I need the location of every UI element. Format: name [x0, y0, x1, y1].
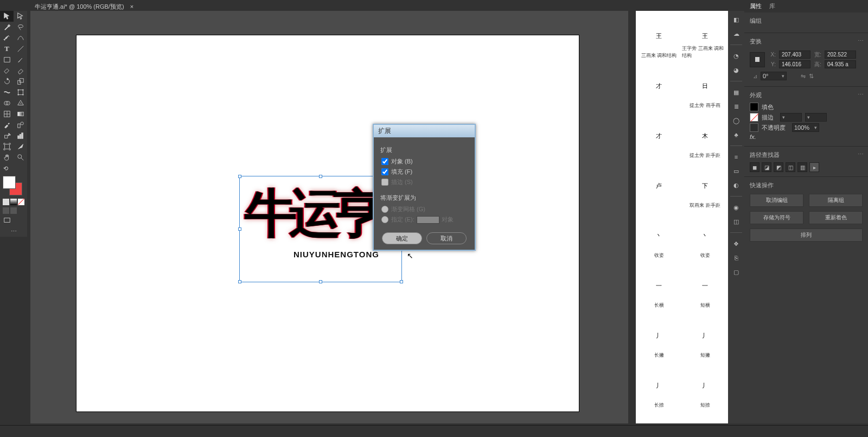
transform-more-icon[interactable]: ⋯ — [858, 37, 864, 45]
handle-br[interactable] — [400, 280, 403, 283]
handle-bl[interactable] — [238, 280, 241, 283]
free-transform-tool[interactable] — [14, 87, 27, 98]
shape-builder-tool[interactable] — [0, 98, 14, 109]
brush-cell[interactable]: 日提土旁 画手画 — [682, 61, 728, 111]
zoom-tool[interactable] — [14, 152, 27, 163]
close-icon[interactable]: × — [130, 3, 133, 10]
properties-icon[interactable]: ◧ — [731, 14, 742, 25]
brush-cell[interactable]: 卢 — [636, 161, 682, 211]
fill-swatch-prop[interactable] — [750, 103, 758, 111]
rectangle-tool[interactable] — [0, 54, 14, 65]
eraser-tool[interactable] — [14, 65, 27, 76]
color-guide-icon[interactable]: ◕ — [731, 65, 742, 75]
swatches-icon[interactable]: ▦ — [731, 87, 742, 98]
brush-cell[interactable]: 下双画来 距手距 — [682, 161, 728, 211]
handle-tm[interactable] — [319, 175, 322, 178]
h-input[interactable]: 04.935 a — [825, 60, 856, 68]
libraries-icon[interactable]: ☁ — [731, 28, 742, 39]
gradient-tool[interactable] — [14, 109, 27, 119]
opt-object-check[interactable] — [381, 158, 388, 165]
handle-bm[interactable] — [319, 280, 322, 283]
brushes-icon[interactable]: ≣ — [731, 101, 742, 112]
none-mode[interactable] — [18, 199, 24, 205]
rotate-tool[interactable] — [0, 76, 14, 87]
angle-input[interactable]: 0° — [761, 72, 787, 80]
gradient-panel-icon[interactable]: ▭ — [731, 166, 742, 176]
blend-tool[interactable] — [14, 119, 27, 130]
shaper-tool[interactable] — [0, 65, 14, 76]
transparency-icon[interactable]: ◐ — [731, 180, 742, 191]
minus-front-icon[interactable]: ◪ — [762, 162, 771, 172]
opacity-input[interactable]: 100% — [792, 123, 819, 132]
selection-tool[interactable] — [0, 11, 14, 22]
brush-cell[interactable]: 丿长捺 — [636, 360, 682, 410]
magic-wand-tool[interactable] — [0, 22, 14, 33]
hand-tool[interactable] — [0, 152, 14, 163]
opt-fill[interactable]: 填充 (F) — [381, 168, 468, 176]
color-icon[interactable]: ◔ — [731, 50, 742, 61]
arrange-button[interactable]: 排列 — [750, 229, 863, 242]
reference-point[interactable] — [750, 52, 765, 67]
tab-properties[interactable]: 属性 — [750, 2, 762, 10]
stroke-weight[interactable] — [780, 113, 802, 122]
canvas-area[interactable]: 牛运亨 NIUYUNHENGTONG — [30, 11, 628, 423]
brush-cell[interactable]: 丿长撇 — [636, 311, 682, 360]
screen-mode-tool[interactable] — [0, 215, 14, 226]
brush-cell[interactable]: 才 — [636, 111, 682, 161]
graphic-styles-icon[interactable]: ◫ — [731, 216, 742, 227]
divide-icon[interactable]: ▥ — [797, 162, 807, 172]
lasso-tool[interactable] — [14, 22, 27, 33]
solid-mode[interactable] — [3, 199, 9, 205]
appearance-more-icon[interactable]: ⋯ — [858, 91, 864, 98]
gradient-mode[interactable] — [10, 199, 17, 205]
brush-library-panel[interactable]: 王三画来 调和结构王王字旁 三画来 调和结构才日提土旁 画手画才木提土旁 距手距… — [636, 11, 728, 423]
draw-behind[interactable] — [10, 207, 17, 214]
brush-cell[interactable]: 王王字旁 三画来 调和结构 — [682, 11, 728, 61]
flip-v-icon[interactable]: ⇅ — [809, 73, 814, 80]
brush-cell[interactable]: 一短横 — [682, 261, 728, 311]
brush-cell[interactable]: 丶收姿 — [682, 211, 728, 261]
paintbrush-tool[interactable] — [14, 54, 27, 65]
asset-export-icon[interactable]: ⎘ — [731, 252, 742, 263]
eyedropper-tool[interactable] — [0, 119, 14, 130]
symbol-sprayer-tool[interactable] — [0, 130, 14, 141]
ungroup-button[interactable]: 取消编组 — [750, 194, 803, 207]
toggle-fill-stroke[interactable]: ⟲ — [0, 163, 27, 174]
expand-btn-icon[interactable]: ▸ — [809, 162, 819, 172]
cancel-button[interactable]: 取消 — [426, 232, 467, 244]
flip-h-icon[interactable]: ⇋ — [801, 73, 806, 80]
dialog-title[interactable]: 扩展 — [374, 125, 475, 137]
artboard-tool[interactable] — [0, 141, 14, 152]
fx-button[interactable]: fx. — [750, 134, 756, 140]
curvature-tool[interactable] — [14, 33, 27, 43]
fill-stroke-swatches[interactable] — [3, 176, 24, 195]
slice-tool[interactable] — [14, 141, 27, 152]
y-input[interactable]: 146.016 — [779, 60, 810, 68]
scale-tool[interactable] — [14, 76, 27, 87]
appearance-icon[interactable]: ◉ — [731, 202, 742, 213]
stroke-swatch-prop[interactable] — [750, 113, 758, 122]
brush-cell[interactable]: 丿短撇 — [682, 311, 728, 360]
type-tool[interactable]: T — [0, 43, 14, 54]
pen-tool[interactable] — [0, 33, 14, 43]
perspective-tool[interactable] — [14, 98, 27, 109]
brush-cell[interactable]: 丿短捺 — [682, 360, 728, 410]
opt-fill-check[interactable] — [381, 168, 388, 175]
unite-icon[interactable]: ◼ — [750, 162, 760, 172]
mesh-tool[interactable] — [0, 109, 14, 119]
symbols-icon[interactable]: ◯ — [731, 115, 742, 126]
line-tool[interactable] — [14, 43, 27, 54]
w-input[interactable]: 202.522 — [825, 50, 856, 59]
brush-cell[interactable]: 丶收姿 — [636, 211, 682, 261]
intersect-icon[interactable]: ◩ — [774, 162, 783, 172]
tab-libraries[interactable]: 库 — [769, 2, 775, 10]
draw-normal[interactable] — [3, 207, 9, 214]
ok-button[interactable]: 确定 — [382, 232, 422, 244]
width-tool[interactable] — [0, 87, 14, 98]
artboards-icon[interactable]: ▢ — [731, 267, 742, 277]
handle-ml[interactable] — [238, 227, 241, 231]
edit-toolbar[interactable]: ⋯ — [0, 226, 27, 237]
brush-cell[interactable]: 王三画来 调和结构 — [636, 11, 682, 61]
brush-cell[interactable]: 木提土旁 距手距 — [682, 111, 728, 161]
brush-cell[interactable]: 才 — [636, 61, 682, 111]
